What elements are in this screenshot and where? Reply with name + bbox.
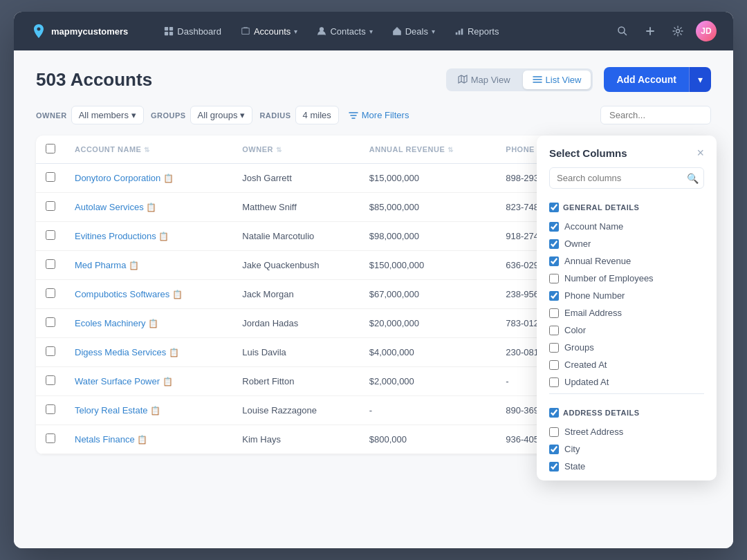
checkbox-account_name[interactable] bbox=[549, 222, 559, 232]
row-checkbox-5[interactable] bbox=[46, 317, 55, 327]
map-view-label: Map View bbox=[471, 75, 510, 85]
sort-owner-icon[interactable]: ⇅ bbox=[276, 146, 282, 153]
sort-account-name-icon[interactable]: ⇅ bbox=[144, 146, 150, 153]
add-icon-btn[interactable] bbox=[640, 21, 660, 41]
checkbox-annual_revenue[interactable] bbox=[549, 256, 559, 266]
checkbox-phone_number[interactable] bbox=[549, 291, 559, 301]
copy-icon-9[interactable]: 📋 bbox=[137, 435, 147, 445]
logo-text: mapmycustomers bbox=[51, 26, 128, 37]
nav-item-deals[interactable]: Deals ▾ bbox=[384, 22, 443, 41]
owner-filter-select[interactable]: All members ▾ bbox=[71, 106, 144, 124]
copy-icon-3[interactable]: 📋 bbox=[129, 261, 139, 270]
radius-filter-group: RADIUS 4 miles bbox=[259, 106, 338, 124]
account-name-link-8[interactable]: Telory Real Estate bbox=[75, 405, 148, 416]
radius-filter-select[interactable]: 4 miles bbox=[295, 106, 339, 124]
row-checkbox-9[interactable] bbox=[46, 433, 55, 443]
checkbox-owner[interactable] bbox=[549, 239, 559, 249]
row-checkbox-4[interactable] bbox=[46, 288, 55, 298]
checkbox-city[interactable] bbox=[549, 445, 559, 454]
user-avatar[interactable]: JD bbox=[696, 21, 717, 41]
copy-icon-6[interactable]: 📋 bbox=[169, 348, 179, 357]
label-groups: Groups bbox=[564, 342, 594, 353]
search-input[interactable] bbox=[600, 106, 711, 124]
select-all-checkbox[interactable] bbox=[46, 144, 55, 153]
owner-cell-1: Matthew Sniff bbox=[232, 193, 360, 222]
svg-rect-6 bbox=[459, 30, 461, 35]
svg-point-4 bbox=[320, 28, 324, 31]
copy-icon-2[interactable]: 📋 bbox=[158, 232, 169, 241]
section-checkbox-address[interactable] bbox=[549, 408, 559, 418]
label-email_address: Email Address bbox=[564, 308, 622, 318]
revenue-cell-4: $67,000,000 bbox=[360, 280, 497, 309]
copy-icon-7[interactable]: 📋 bbox=[163, 377, 173, 386]
nav-item-dashboard[interactable]: Dashboard bbox=[156, 22, 230, 41]
account-name-link-6[interactable]: Digess Media Services bbox=[75, 347, 166, 357]
row-checkbox-3[interactable] bbox=[46, 259, 55, 269]
panel-item-city: City bbox=[549, 440, 704, 458]
panel-sections: GENERAL DETAILS Account Name Owner Annua… bbox=[537, 197, 717, 480]
checkbox-state[interactable] bbox=[549, 462, 559, 472]
row-checkbox-0[interactable] bbox=[46, 172, 55, 182]
account-name-link-1[interactable]: Autolaw Services bbox=[75, 202, 144, 212]
column-search-input[interactable] bbox=[549, 167, 704, 189]
checkbox-color[interactable] bbox=[549, 326, 559, 335]
section-title-address: ADDRESS DETAILS bbox=[563, 409, 640, 417]
row-checkbox-6[interactable] bbox=[46, 346, 55, 356]
copy-icon-8[interactable]: 📋 bbox=[150, 406, 160, 416]
add-account-button[interactable]: Add Account bbox=[604, 67, 689, 92]
nav-item-reports[interactable]: Reports bbox=[446, 22, 508, 41]
account-name-link-5[interactable]: Ecoles Machinery bbox=[75, 318, 146, 328]
owner-cell-7: Robert Fitton bbox=[232, 367, 360, 396]
nav-item-contacts[interactable]: Contacts ▾ bbox=[308, 22, 380, 41]
column-search-icon: 🔍 bbox=[687, 173, 699, 184]
checkbox-created_at[interactable] bbox=[549, 360, 559, 370]
sort-revenue-icon[interactable]: ⇅ bbox=[448, 146, 454, 153]
checkbox-groups[interactable] bbox=[549, 343, 559, 353]
owner-cell-0: Josh Garrett bbox=[232, 164, 360, 193]
account-name-link-0[interactable]: Donytoro Corporation bbox=[75, 173, 160, 183]
label-street_address: Street Address bbox=[564, 427, 623, 437]
settings-icon-btn[interactable] bbox=[668, 21, 688, 41]
nav-item-accounts[interactable]: Accounts ▾ bbox=[232, 22, 306, 41]
list-view-btn[interactable]: List View bbox=[523, 71, 591, 89]
row-checkbox-2[interactable] bbox=[46, 230, 55, 240]
row-checkbox-8[interactable] bbox=[46, 404, 55, 414]
add-account-btn-wrap: Add Account ▾ bbox=[604, 67, 711, 92]
col-account-name-label: ACCOUNT NAME bbox=[75, 145, 141, 153]
account-name-link-9[interactable]: Netals Finance bbox=[75, 434, 135, 445]
checkbox-updated_at[interactable] bbox=[549, 377, 559, 387]
checkbox-email_address[interactable] bbox=[549, 308, 559, 318]
label-num_employees: Number of Employees bbox=[564, 273, 654, 283]
copy-icon-0[interactable]: 📋 bbox=[163, 174, 174, 183]
account-name-link-3[interactable]: Med Pharma bbox=[75, 260, 126, 270]
copy-icon-5[interactable]: 📋 bbox=[148, 319, 158, 328]
panel-item-annual_revenue: Annual Revenue bbox=[549, 252, 704, 270]
row-checkbox-7[interactable] bbox=[46, 375, 55, 385]
more-filters-button[interactable]: More Filters bbox=[349, 110, 409, 120]
label-state: State bbox=[564, 461, 585, 472]
checkbox-street_address[interactable] bbox=[549, 427, 559, 437]
add-account-dropdown-btn[interactable]: ▾ bbox=[689, 67, 711, 92]
label-annual_revenue: Annual Revenue bbox=[564, 256, 631, 266]
search-icon-btn[interactable] bbox=[613, 21, 632, 41]
panel-close-button[interactable]: × bbox=[697, 147, 704, 159]
groups-filter-select[interactable]: All groups ▾ bbox=[190, 106, 253, 124]
panel-item-created_at: Created At bbox=[549, 356, 704, 373]
copy-icon-1[interactable]: 📋 bbox=[146, 203, 156, 212]
row-checkbox-1[interactable] bbox=[46, 201, 55, 211]
account-name-link-4[interactable]: Compubotics Softwares bbox=[75, 289, 169, 299]
owner-filter-label: OWNER bbox=[36, 111, 67, 120]
copy-icon-4[interactable]: 📋 bbox=[172, 290, 183, 299]
table-area: ACCOUNT NAME ⇅ OWNER ⇅ bbox=[36, 136, 711, 454]
section-checkbox-general[interactable] bbox=[549, 203, 559, 212]
radius-filter-value: 4 miles bbox=[303, 110, 331, 120]
checkbox-num_employees[interactable] bbox=[549, 274, 559, 283]
account-name-link-7[interactable]: Water Surface Power bbox=[75, 376, 160, 386]
map-view-btn[interactable]: Map View bbox=[448, 71, 520, 89]
account-name-link-2[interactable]: Evitines Productions bbox=[75, 231, 156, 241]
col-account-name: ACCOUNT NAME ⇅ bbox=[65, 136, 232, 164]
page-title: 503 Accounts bbox=[36, 69, 152, 91]
view-toggle-group: Map View List View bbox=[446, 68, 593, 91]
panel-item-owner: Owner bbox=[549, 235, 704, 252]
owner-filter-value: All members bbox=[79, 110, 129, 120]
